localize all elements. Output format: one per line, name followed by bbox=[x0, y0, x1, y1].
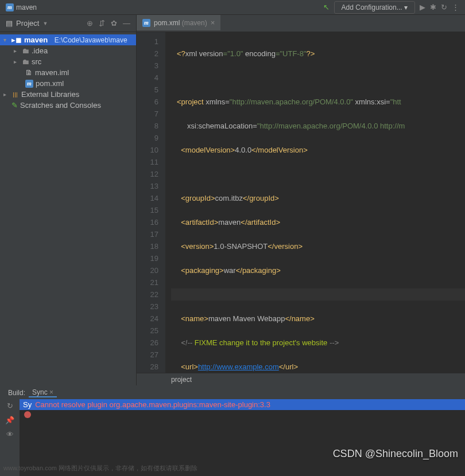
project-header[interactable]: ▤ Project ▼ ⊕ ⇵ ✿ — bbox=[0, 15, 136, 32]
project-sidebar: ▤ Project ▼ ⊕ ⇵ ✿ — ▾ ▸◼ maven E:\Code\J… bbox=[0, 15, 137, 385]
build-panel: Build: Sync × ↻ 📌 👁 SyCannot resolve plu… bbox=[0, 385, 465, 476]
build-console[interactable]: SyCannot resolve plugin org.apache.maven… bbox=[20, 387, 465, 476]
tree-item-pom[interactable]: mpom.xml bbox=[0, 78, 136, 89]
tree-item-idea[interactable]: ▸🖿.idea bbox=[0, 45, 136, 56]
file-icon: 🗎 bbox=[25, 68, 33, 77]
debug-icon[interactable]: ✱ bbox=[430, 3, 436, 11]
maven-icon: m bbox=[25, 80, 33, 88]
settings-icon[interactable]: ✿ bbox=[111, 19, 117, 28]
module-icon: ▸◼ bbox=[11, 36, 22, 44]
rerun-icon[interactable]: ↻ bbox=[441, 3, 447, 11]
run-icon[interactable]: ▶ bbox=[420, 3, 425, 11]
sync-tab[interactable]: Sync × bbox=[29, 388, 57, 397]
error-dot-icon bbox=[24, 411, 31, 418]
folder-icon: 🖿 bbox=[22, 46, 29, 55]
dropdown-icon[interactable]: ▼ bbox=[42, 21, 48, 26]
tab-pom[interactable]: m pom.xml (maven) × bbox=[137, 15, 220, 32]
line-gutter: 1234567891011121314151617181920212223242… bbox=[137, 32, 165, 373]
project-tree: ▾ ▸◼ maven E:\Code\Javaweb\mave ▸🖿.idea … bbox=[0, 32, 136, 113]
view-icon[interactable]: 👁 bbox=[6, 430, 14, 439]
refresh-icon[interactable]: ↻ bbox=[7, 401, 13, 410]
maven-icon: m bbox=[6, 3, 14, 11]
project-label: Project bbox=[16, 19, 39, 28]
close-icon[interactable]: × bbox=[211, 18, 215, 27]
window-title: mmaven bbox=[6, 3, 37, 11]
library-icon: ⫼ bbox=[11, 90, 19, 99]
pin-icon[interactable]: 📌 bbox=[5, 416, 14, 424]
error-line[interactable]: SyCannot resolve plugin org.apache.maven… bbox=[20, 399, 465, 410]
watermark: CSDN @Shinecolin_Bloom bbox=[333, 448, 458, 460]
folder-icon: 🖿 bbox=[22, 57, 29, 66]
tree-item-iml[interactable]: 🗎maven.iml bbox=[0, 67, 136, 78]
project-icon: ▤ bbox=[6, 19, 13, 28]
build-tabs-bar: Build: Sync × bbox=[0, 387, 465, 399]
collapse-icon[interactable]: ⇵ bbox=[99, 19, 105, 28]
hide-icon[interactable]: — bbox=[123, 19, 130, 28]
breadcrumb[interactable]: project bbox=[137, 373, 465, 385]
editor-area: m pom.xml (maven) × 12345678910111213141… bbox=[137, 15, 465, 385]
editor-tabs: m pom.xml (maven) × bbox=[137, 15, 465, 32]
build-hammer-icon[interactable]: ↖ bbox=[323, 3, 330, 11]
tree-scratches[interactable]: ✎Scratches and Consoles bbox=[0, 100, 136, 111]
build-label: Build: bbox=[5, 389, 29, 397]
code-content[interactable]: <?xml version="1.0" encoding="UTF-8"?> <… bbox=[165, 32, 465, 373]
run-config-dropdown[interactable]: Add Configuration... ▾ bbox=[334, 1, 415, 14]
chevron-down-icon[interactable]: ▾ bbox=[3, 37, 9, 43]
scratch-icon: ✎ bbox=[11, 101, 18, 110]
tree-external-libs[interactable]: ▸⫼External Libraries bbox=[0, 89, 136, 100]
code-editor[interactable]: 1234567891011121314151617181920212223242… bbox=[137, 32, 465, 373]
more-icon[interactable]: ⋮ bbox=[452, 3, 459, 11]
maven-icon: m bbox=[142, 19, 150, 27]
tool-strip: ↻ 📌 👁 bbox=[0, 387, 20, 476]
tree-item-src[interactable]: ▸🖿src bbox=[0, 56, 136, 67]
title-bar: mmaven ↖ Add Configuration... ▾ ▶ ✱ ↻ ⋮ bbox=[0, 0, 465, 15]
footer-note: www.toyroban.com 网络图片仅供展示，非存储，如有侵权请联系删除 bbox=[3, 464, 197, 473]
locate-icon[interactable]: ⊕ bbox=[87, 19, 93, 28]
tree-root[interactable]: ▾ ▸◼ maven E:\Code\Javaweb\mave bbox=[0, 34, 136, 45]
